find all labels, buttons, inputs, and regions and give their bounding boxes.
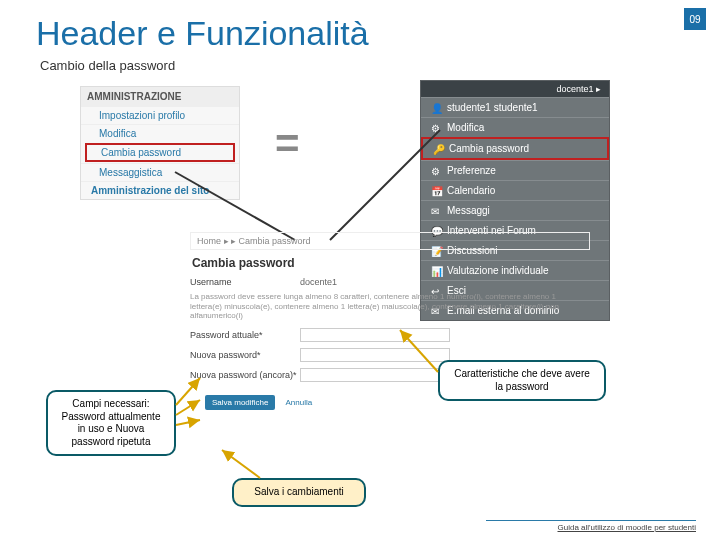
key-icon: 🔑: [433, 144, 443, 154]
admin-site-link: Amministrazione del sito: [81, 181, 239, 199]
slide-subtitle: Cambio della password: [40, 58, 175, 73]
callout-save: Salva i cambiamenti: [232, 478, 366, 507]
user-menu-label: Messaggi: [447, 205, 490, 216]
page-number-badge: 09: [684, 8, 706, 30]
user-header: docente1 ▸: [421, 81, 609, 97]
admin-heading: AMMINISTRAZIONE: [81, 87, 239, 106]
username-label: Username: [190, 277, 300, 287]
confirm-password-input[interactable]: [300, 368, 450, 382]
gear-icon: ⚙: [431, 123, 441, 133]
admin-item: Impostazioni profilo: [81, 106, 239, 124]
save-button[interactable]: Salva modifiche: [205, 395, 275, 410]
user-menu-label: Cambia password: [449, 143, 529, 154]
svg-line-4: [176, 420, 200, 425]
breadcrumb: Home ▸ ▸ Cambia password: [190, 232, 590, 250]
cancel-button[interactable]: Annulla: [285, 398, 312, 407]
user-menu-item: ✉Messaggi: [421, 200, 609, 220]
new-password-input[interactable]: [300, 348, 450, 362]
confirm-password-label: Nuova password (ancora)*: [190, 370, 300, 380]
gear-icon: ⚙: [431, 166, 441, 176]
current-password-label: Password attuale*: [190, 330, 300, 340]
user-menu-label: Calendario: [447, 185, 495, 196]
user-menu-item: 👤studente1 studente1: [421, 97, 609, 117]
username-value: docente1: [300, 277, 337, 287]
callout-password-rules: Caratteristiche che deve avere la passwo…: [438, 360, 606, 401]
equals-icon: =: [275, 120, 300, 168]
user-menu-label: Modifica: [447, 122, 484, 133]
admin-item: Modifica: [81, 124, 239, 142]
footer-link: Guida all'utilizzo di moodle per student…: [486, 520, 696, 532]
header-user-label: docente1 ▸: [556, 84, 601, 94]
slide-title: Header e Funzionalità: [36, 14, 369, 53]
message-icon: ✉: [431, 206, 441, 216]
user-menu-label: Preferenze: [447, 165, 496, 176]
form-title: Cambia password: [192, 256, 590, 270]
calendar-icon: 📅: [431, 186, 441, 196]
admin-block: AMMINISTRAZIONE Impostazioni profilo Mod…: [80, 86, 240, 200]
user-menu-item-highlighted: 🔑Cambia password: [421, 137, 609, 160]
user-menu-item: 📅Calendario: [421, 180, 609, 200]
svg-line-6: [222, 450, 260, 478]
user-menu-label: studente1 studente1: [447, 102, 538, 113]
callout-required-fields: Campi necessari: Password attualmente in…: [46, 390, 176, 456]
user-menu-item: ⚙Modifica: [421, 117, 609, 137]
user-menu-item: ⚙Preferenze: [421, 160, 609, 180]
new-password-label: Nuova password*: [190, 350, 300, 360]
admin-item-highlighted: Cambia password: [85, 143, 235, 162]
password-requirements: La password deve essere lunga almeno 8 c…: [190, 292, 590, 321]
person-icon: 👤: [431, 103, 441, 113]
current-password-input[interactable]: [300, 328, 450, 342]
admin-item: Messaggistica: [81, 163, 239, 181]
